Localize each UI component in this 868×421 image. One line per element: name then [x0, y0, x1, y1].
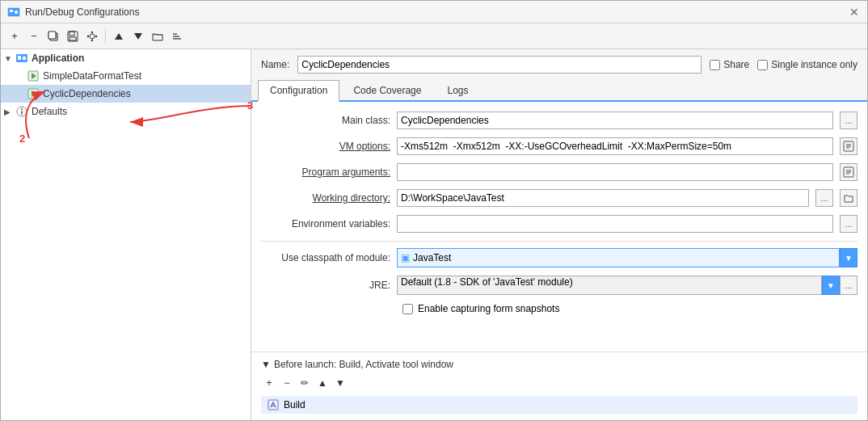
svg-point-27 — [21, 108, 23, 110]
tree-item-simple[interactable]: SimpleDataFormatTest — [1, 67, 251, 85]
jre-wrapper: Default (1.8 - SDK of 'JavaTest' module)… — [397, 276, 857, 295]
tab-code-coverage[interactable]: Code Coverage — [341, 80, 433, 100]
folder-expand-icon — [843, 192, 854, 204]
program-args-expand-btn[interactable] — [840, 163, 857, 181]
sort-button[interactable] — [168, 27, 186, 45]
main-class-label: Main class: — [261, 115, 390, 126]
program-args-input[interactable] — [397, 163, 833, 181]
svg-point-13 — [95, 35, 97, 36]
title-bar: Run/Debug Configurations ✕ — [1, 1, 867, 23]
before-launch-edit-btn[interactable]: ✏ — [297, 375, 313, 391]
name-input[interactable] — [297, 56, 702, 74]
save-button[interactable] — [64, 27, 82, 45]
right-panel: Name: Share Single instance only Configu… — [251, 49, 867, 420]
working-dir-input[interactable] — [397, 189, 809, 207]
classpath-label: Use classpath of module: — [261, 252, 390, 263]
classpath-dropdown-btn[interactable]: ▼ — [840, 248, 857, 267]
before-launch-up-btn[interactable]: ▲ — [314, 375, 331, 391]
working-dir-expand-btn[interactable] — [840, 189, 857, 207]
toolbar-separator-1 — [105, 29, 106, 44]
jre-dropdown-btn[interactable]: ▼ — [822, 276, 840, 295]
up-arrow-icon — [114, 32, 124, 41]
before-launch-title: Before launch: Build, Activate tool wind… — [274, 359, 453, 370]
share-checkbox[interactable] — [710, 60, 720, 70]
jre-label: JRE: — [261, 280, 390, 291]
name-row: Name: Share Single instance only — [251, 49, 867, 80]
svg-rect-20 — [18, 56, 21, 60]
tree-item-cyclic[interactable]: CyclicDependencies — [1, 85, 251, 103]
snapshots-checkbox[interactable] — [402, 304, 413, 314]
move-down-button[interactable] — [129, 27, 147, 45]
svg-rect-28 — [21, 111, 23, 115]
close-button[interactable]: ✕ — [848, 6, 861, 19]
tab-configuration[interactable]: Configuration — [258, 80, 339, 102]
toolbar: + − — [1, 23, 867, 49]
svg-rect-8 — [70, 37, 76, 40]
folder-icon — [152, 32, 163, 41]
tree-item-defaults[interactable]: ▶ Defaults — [1, 103, 251, 120]
main-class-browse-btn[interactable]: … — [840, 112, 857, 129]
vm-options-input[interactable] — [397, 137, 833, 155]
down-arrow-icon — [133, 32, 143, 41]
save-icon — [67, 31, 78, 42]
defaults-icon — [15, 105, 28, 118]
window-title: Run/Debug Configurations — [25, 6, 139, 18]
program-args-row: Program arguments: — [261, 163, 857, 181]
working-dir-browse-btn[interactable]: … — [815, 189, 833, 207]
build-item-label: Build — [284, 399, 305, 410]
config-share-button[interactable] — [83, 27, 101, 45]
vm-options-expand-btn[interactable] — [840, 137, 857, 155]
expand-arrow-defaults: ▶ — [4, 107, 15, 116]
snapshots-row: Enable capturing form snapshots — [402, 303, 857, 314]
before-launch-section: ▼ Before launch: Build, Activate tool wi… — [251, 352, 867, 420]
svg-rect-1 — [10, 10, 13, 12]
folder-button[interactable] — [149, 27, 166, 45]
move-up-button[interactable] — [110, 27, 128, 45]
single-instance-label: Single instance only — [771, 59, 857, 70]
svg-marker-15 — [134, 33, 142, 40]
jre-value: Default (1.8 - SDK of 'JavaTest' module) — [397, 276, 822, 295]
single-instance-checkbox-label[interactable]: Single instance only — [757, 59, 857, 70]
remove-button[interactable]: − — [25, 27, 43, 45]
run-icon-cyclic — [27, 87, 40, 100]
config-icon — [86, 31, 98, 42]
run-debug-configurations-window: Run/Debug Configurations ✕ + − — [0, 0, 868, 421]
before-launch-down-btn[interactable]: ▼ — [332, 375, 348, 391]
jre-row: JRE: Default (1.8 - SDK of 'JavaTest' mo… — [261, 276, 857, 295]
env-vars-row: Environment variables: … — [261, 215, 857, 233]
env-vars-input[interactable] — [397, 215, 833, 233]
svg-point-10 — [91, 31, 93, 32]
env-vars-label: Environment variables: — [261, 218, 390, 229]
config-panel: Main class: … VM options: — [251, 102, 867, 352]
share-checkbox-label[interactable]: Share — [710, 59, 749, 70]
add-button[interactable]: + — [6, 27, 23, 45]
share-label: Share — [723, 59, 749, 70]
env-vars-browse-btn[interactable]: … — [840, 215, 857, 233]
title-bar-left: Run/Debug Configurations — [7, 6, 139, 19]
simple-label: SimpleDataFormatTest — [43, 70, 141, 82]
sort-icon — [171, 32, 183, 41]
tree-item-application[interactable]: ▼ Application — [1, 49, 251, 67]
tab-logs[interactable]: Logs — [435, 80, 480, 100]
copy-button[interactable] — [44, 27, 62, 45]
expand-arrow-application: ▼ — [4, 54, 15, 63]
main-class-input[interactable] — [397, 112, 833, 129]
main-class-row: Main class: … — [261, 112, 857, 129]
left-panel: ▼ Application SimpleData — [1, 49, 251, 420]
header-right: Share Single instance only — [710, 59, 857, 70]
debug-icon — [7, 6, 20, 19]
vm-options-row: VM options: — [261, 137, 857, 155]
classpath-value: ▣ JavaTest — [397, 248, 840, 267]
copy-icon — [48, 31, 59, 42]
build-icon — [268, 399, 279, 410]
main-content: ▼ Application SimpleData — [1, 49, 867, 420]
module-icon: ▣ — [401, 252, 410, 263]
svg-rect-7 — [70, 32, 74, 36]
classpath-dropdown-wrapper: ▣ JavaTest ▼ — [397, 248, 857, 267]
before-launch-arrow[interactable]: ▼ — [261, 359, 271, 370]
before-launch-build-item[interactable]: Build — [261, 396, 857, 414]
single-instance-checkbox[interactable] — [757, 60, 768, 70]
before-launch-remove-btn[interactable]: − — [279, 375, 295, 391]
jre-browse-btn[interactable]: … — [840, 276, 857, 295]
before-launch-add-btn[interactable]: + — [261, 375, 277, 391]
